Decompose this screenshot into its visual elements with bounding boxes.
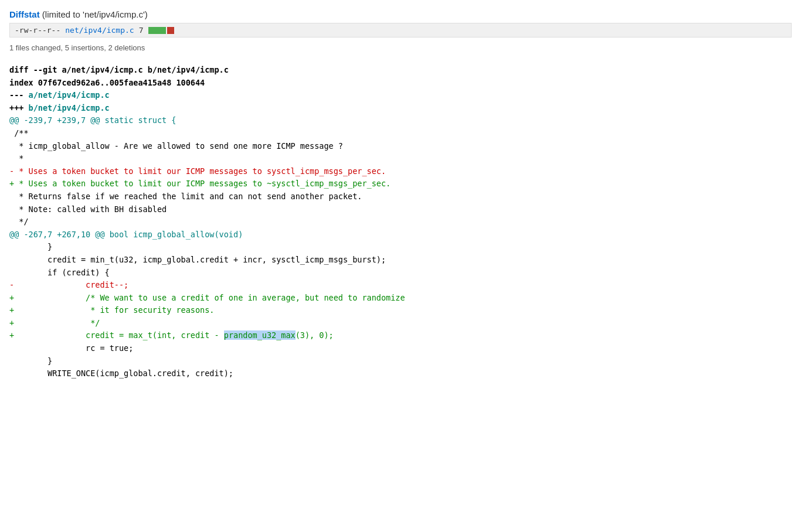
insertion-bar: [148, 27, 166, 34]
diff-line: * Note: called with BH disabled: [9, 203, 792, 216]
diff-content: diff --git a/net/ipv4/icmp.c b/net/ipv4/…: [9, 64, 792, 380]
diff-line: * icmp_global_allow - Are we allowed to …: [9, 140, 792, 153]
diff-added-line: + credit = max_t(int, credit - prandom_u…: [9, 329, 792, 342]
hunk-header-1: @@ -239,7 +239,7 @@ static struct {: [9, 114, 792, 127]
diff-added-line: + * it for security reasons.: [9, 304, 792, 317]
diff-line: WRITE_ONCE(icmp_global.credit, credit);: [9, 367, 792, 380]
highlighted-function: prandom_u32_max: [224, 330, 296, 340]
diff-added-line: + */: [9, 317, 792, 330]
hunk-header-2: @@ -267,7 +267,10 @@ bool icmp_global_al…: [9, 229, 792, 241]
diff-old-file: a/net/ipv4/icmp.c: [29, 90, 110, 100]
diff-line: /**: [9, 127, 792, 140]
diffstat-row: -rw-r--r-- net/ipv4/icmp.c 7: [9, 23, 792, 37]
diffstat-section: Diffstat (limited to 'net/ipv4/icmp.c') …: [9, 9, 792, 37]
diff-added-line: + /* We want to use a credit of one in a…: [9, 292, 792, 305]
diff-header-line4: +++ b/net/ipv4/icmp.c: [9, 102, 792, 115]
diff-removed-line: - * Uses a token bucket to limit our ICM…: [9, 165, 792, 178]
diff-line: */: [9, 216, 792, 229]
diff-line: rc = true;: [9, 342, 792, 355]
diff-header-line2: index 07f67ced962a6..005faea415a48 10064…: [9, 77, 792, 90]
diff-bar: [148, 27, 174, 34]
diffstat-title: Diffstat (limited to 'net/ipv4/icmp.c'): [9, 9, 792, 19]
diff-line: *: [9, 152, 792, 165]
file-change-count: 7: [139, 26, 144, 35]
file-permissions: -rw-r--r--: [15, 26, 60, 35]
diff-line: }: [9, 241, 792, 254]
diff-line: * Returns false if we reached the limit …: [9, 190, 792, 203]
diffstat-title-text: Diffstat: [9, 9, 40, 19]
diff-line: }: [9, 355, 792, 368]
diff-line: if (credit) {: [9, 267, 792, 279]
diff-new-file: b/net/ipv4/icmp.c: [29, 103, 110, 112]
diff-summary: 1 files changed, 5 insertions, 2 deletio…: [9, 43, 792, 52]
diff-header-line1: diff --git a/net/ipv4/icmp.c b/net/ipv4/…: [9, 64, 792, 77]
deletion-bar: [167, 27, 174, 34]
diff-added-line: + * Uses a token bucket to limit our ICM…: [9, 178, 792, 190]
diff-line: credit = min_t(u32, icmp_global.credit +…: [9, 254, 792, 267]
file-link[interactable]: net/ipv4/icmp.c: [65, 26, 134, 35]
diff-removed-line: - credit--;: [9, 279, 792, 292]
diff-header-line3: --- a/net/ipv4/icmp.c: [9, 89, 792, 102]
diffstat-subtitle: (limited to 'net/ipv4/icmp.c'): [42, 9, 148, 19]
